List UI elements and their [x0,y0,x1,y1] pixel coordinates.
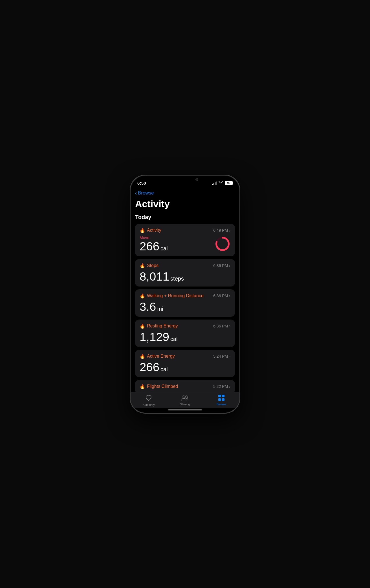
card-title-steps: Steps [147,263,158,268]
back-chevron-icon: ‹ [135,190,137,196]
page-title: Activity [135,197,235,214]
tab-browse[interactable]: Browse [210,395,233,406]
battery-indicator: 99 [225,181,233,185]
svg-point-2 [183,396,185,398]
card-title-walking: Walking + Running Distance [147,293,204,298]
walking-unit: mi [157,306,163,312]
summary-tab-label: Summary [143,403,155,406]
steps-value: 8,011 [140,271,169,283]
scroll-content[interactable]: ‹ Browse Activity Today 🔥 Activity [131,188,239,392]
sharing-icon [181,395,189,402]
chevron-right-icon-resting: › [229,324,230,328]
home-indicator [131,408,239,413]
card-time-active-energy: 5:24 PM › [213,354,230,359]
front-camera [195,178,198,181]
notch [164,176,206,184]
card-time-flights: 5:22 PM › [213,384,230,389]
activity-value-group: Move 266 cal [140,235,168,252]
resting-value-display: 1,129 cal [140,331,230,343]
signal-bar-4 [216,182,217,185]
summary-icon [145,395,152,403]
screen: 6:50 99 [131,176,239,413]
tab-summary[interactable]: Summary [137,395,160,406]
flights-climbed-header: 🔥 Flights Climbed 5:22 PM › [140,384,230,389]
card-title-active-energy: Active Energy [147,354,175,359]
content-area: ‹ Browse Activity Today 🔥 Activity [131,188,239,392]
resting-unit: cal [170,336,178,342]
activity-ring [215,236,230,252]
walking-value: 3.6 [140,301,156,313]
svg-point-3 [186,396,188,398]
steps-value-display: 8,011 steps [140,271,230,283]
status-icons: 99 [212,181,233,185]
back-navigation[interactable]: ‹ Browse [135,188,235,197]
activity-value-display: 266 cal [140,241,168,252]
steps-card-header: 🔥 Steps 6:36 PM › [140,263,230,268]
flame-icon: 🔥 [140,228,145,233]
card-time-resting: 6:36 PM › [213,324,230,328]
flights-climbed-card[interactable]: 🔥 Flights Climbed 5:22 PM › [135,380,235,392]
chevron-right-icon-flights: › [229,384,230,389]
card-title-flights: Flights Climbed [147,384,178,389]
flame-icon-active-energy: 🔥 [140,354,145,359]
status-time: 6:50 [137,181,146,185]
home-bar [168,409,202,410]
card-time-activity: 6:49 PM › [213,228,230,233]
section-today-header: Today [135,214,235,224]
power-button[interactable] [239,223,240,248]
card-time-steps: 6:36 PM › [213,263,230,268]
card-title-activity: Activity [147,228,161,233]
browse-tab-label: Browse [217,403,226,406]
active-energy-unit: cal [160,366,168,373]
tab-bar: Summary Sharing [131,392,239,408]
active-energy-header: 🔥 Active Energy 5:24 PM › [140,354,230,359]
chevron-right-icon-steps: › [229,263,230,268]
active-energy-title-row: 🔥 Active Energy [140,354,175,359]
chevron-right-icon: › [229,228,230,233]
walking-card-header: 🔥 Walking + Running Distance 6:36 PM › [140,293,230,299]
move-label: Move [140,235,168,240]
phone-frame: 6:50 99 [130,175,240,413]
svg-rect-6 [218,398,221,401]
signal-bar-2 [213,183,214,185]
chevron-right-icon-active-energy: › [229,354,230,359]
activity-card[interactable]: 🔥 Activity 6:49 PM › Move 266 [135,224,235,256]
steps-title-row: 🔥 Steps [140,263,158,268]
flame-icon-flights: 🔥 [140,384,145,389]
active-energy-card[interactable]: 🔥 Active Energy 5:24 PM › 266 cal [135,350,235,377]
wifi-icon [219,181,223,185]
svg-rect-4 [218,395,221,397]
activity-unit: cal [160,245,168,252]
card-title-row: 🔥 Activity [140,228,161,233]
steps-unit: steps [170,276,184,282]
steps-card[interactable]: 🔥 Steps 6:36 PM › 8,011 steps [135,259,235,287]
active-energy-value: 266 [140,361,159,373]
flame-icon-walking: 🔥 [140,293,145,299]
tab-sharing[interactable]: Sharing [174,395,196,406]
battery-level: 99 [227,182,230,185]
flame-icon-resting: 🔥 [140,323,145,329]
flame-icon-steps: 🔥 [140,263,145,268]
resting-value: 1,129 [140,331,169,343]
back-label[interactable]: Browse [138,190,154,196]
active-energy-value-display: 266 cal [140,361,230,373]
walking-title-row: 🔥 Walking + Running Distance [140,293,204,299]
chevron-right-icon-walking: › [229,294,230,298]
sharing-tab-label: Sharing [180,403,190,406]
card-value-row-activity: Move 266 cal [140,235,230,252]
signal-bar-3 [215,182,216,185]
signal-icon [212,182,217,185]
resting-energy-card[interactable]: 🔥 Resting Energy 6:36 PM › 1,129 cal [135,320,235,347]
browse-icon [218,395,224,402]
walking-running-card[interactable]: 🔥 Walking + Running Distance 6:36 PM › 3… [135,289,235,317]
card-title-resting: Resting Energy [147,323,178,329]
svg-rect-5 [222,395,224,397]
activity-value: 266 [140,241,159,252]
walking-value-display: 3.6 mi [140,301,230,313]
resting-title-row: 🔥 Resting Energy [140,323,178,329]
card-time-walking: 6:36 PM › [213,294,230,298]
flights-climbed-title-row: 🔥 Flights Climbed [140,384,178,389]
svg-rect-7 [222,398,224,401]
signal-bar-1 [212,184,213,185]
resting-card-header: 🔥 Resting Energy 6:36 PM › [140,323,230,329]
